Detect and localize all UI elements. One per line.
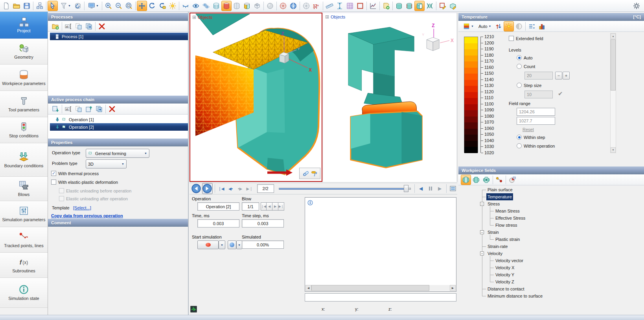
collapse-minus-icon[interactable]: −	[480, 252, 484, 255]
next-step-button[interactable]: •▶	[236, 184, 245, 193]
collapse-minus-icon[interactable]: −	[480, 230, 484, 234]
start-simulation-button[interactable]	[197, 240, 219, 249]
levels-list-icon[interactable]	[527, 21, 537, 31]
sidebar-item-simulation-state[interactable]: Simulation state	[0, 278, 48, 308]
timeline-slider[interactable]: ⁞	[279, 185, 411, 192]
field-tree-item-velocity-z[interactable]: Velocity Z	[458, 278, 644, 285]
blow-first-button[interactable]: ❘◀	[261, 202, 267, 211]
smooth-shading-icon[interactable]	[265, 1, 275, 11]
field-tree-item-velocity-x[interactable]: Velocity X	[458, 264, 644, 271]
open-project-icon[interactable]	[11, 1, 22, 11]
field-tree-item-velocity-y[interactable]: Velocity Y	[458, 271, 644, 278]
flip-range-icon[interactable]	[493, 21, 504, 31]
field-on-surface-icon[interactable]	[461, 175, 471, 185]
field-statistics-icon[interactable]	[507, 175, 517, 185]
scroll-left-icon[interactable]: ◀	[305, 285, 311, 291]
expand-plus-icon[interactable]: ⊞	[192, 15, 196, 19]
simulation-log-panel[interactable]: ◀ ▶	[305, 197, 456, 292]
surface-mesh-icon[interactable]	[278, 1, 288, 11]
link-views-icon[interactable]	[302, 170, 309, 177]
sidebar-item-tracked-points-lines[interactable]: Tracked points, lines	[0, 227, 48, 253]
half-view-icon[interactable]	[232, 1, 242, 11]
copy-operation-icon[interactable]	[74, 104, 84, 114]
smooth-shading-field-icon[interactable]	[514, 21, 524, 31]
copy-process-icon[interactable]	[74, 21, 84, 31]
sidebar-item-simulation-parameters[interactable]: Simulation parameters	[0, 201, 48, 227]
field-flat-icon[interactable]	[471, 175, 481, 185]
slider-handle[interactable]: ⁞	[404, 185, 408, 192]
palette-mode-icon[interactable]: Auto▼	[476, 21, 493, 31]
blow-next-button[interactable]: ▶	[272, 202, 278, 211]
sidebar-item-geometry[interactable]: Geometry	[0, 39, 48, 65]
objects-label-left[interactable]: ⊞ Objects	[192, 15, 212, 20]
last-step-button[interactable]: ▶❘	[245, 184, 254, 193]
duplicate-process-icon[interactable]	[84, 21, 94, 31]
hide-objects-icon[interactable]	[180, 1, 191, 11]
blow-last-button[interactable]: ▶❘	[278, 202, 284, 211]
sidebar-item-blows[interactable]: Blows	[0, 177, 48, 201]
measure-grid-icon[interactable]	[345, 1, 355, 11]
sidebar-item-project[interactable]: Project	[0, 12, 48, 39]
rotate-object-icon[interactable]	[73, 1, 83, 11]
first-step-button[interactable]: ❘◀	[217, 184, 226, 193]
blow-previous-button[interactable]: ◀	[267, 202, 272, 211]
extended-field-checkbox[interactable]	[509, 36, 514, 41]
new-document-icon[interactable]	[1, 1, 11, 11]
viewport-layout-icon[interactable]: ▼	[86, 1, 101, 11]
play-forward-button[interactable]: ▶	[436, 184, 444, 193]
edit-geometry-icon[interactable]	[448, 1, 458, 11]
expand-plus-icon[interactable]: ⊞	[325, 15, 329, 19]
trace-numbers-icon[interactable]: 12³	[311, 1, 322, 11]
operation-list-item[interactable]: Operation [2]	[50, 123, 188, 131]
duplicate-operation-icon[interactable]	[94, 104, 104, 114]
scroll-right-icon[interactable]: ▶	[450, 285, 456, 291]
count-minus-button[interactable]: −	[555, 72, 562, 80]
field-tree-item-velocity[interactable]: −Velocity	[458, 250, 644, 257]
delete-operation-icon[interactable]	[107, 104, 117, 114]
project-tree-icon[interactable]	[35, 1, 45, 11]
show-object-icon[interactable]	[191, 1, 201, 11]
reset-link[interactable]: Reset	[523, 127, 534, 132]
log-horizontal-scrollbar[interactable]: ◀ ▶	[305, 285, 456, 291]
zoom-in-icon[interactable]	[103, 1, 114, 11]
pick-filter-icon[interactable]: ▼	[58, 1, 73, 11]
3d-scene-left[interactable]: Z Y X	[190, 13, 322, 181]
measure-ruler-icon[interactable]	[324, 1, 335, 11]
measure-distance-icon[interactable]	[335, 1, 345, 11]
field-tree-item-strain[interactable]: −Strain	[458, 229, 644, 236]
time-field[interactable]: 0.003	[197, 219, 239, 228]
time-step-field[interactable]: 0.003	[242, 219, 284, 228]
process-list-item[interactable]: Process [1]	[50, 33, 188, 40]
rename-process-icon[interactable]: ab	[63, 21, 74, 31]
collapse-minus-icon[interactable]: −	[480, 202, 484, 206]
edit-frame-icon[interactable]	[438, 1, 448, 11]
field-tree-item-plastic-strain[interactable]: Plastic strain	[458, 236, 644, 243]
select-mode-icon[interactable]	[48, 1, 58, 11]
sidebar-item-stop-conditions[interactable]: Stop conditions	[0, 117, 48, 143]
template-select-link[interactable]: [Select...]	[73, 205, 91, 210]
within-step-radio[interactable]	[517, 135, 522, 140]
field-tree-item-flow-stress[interactable]: Flow stress	[458, 222, 644, 229]
frame-counter-field[interactable]: 2/2	[257, 184, 274, 193]
problem-type-dropdown[interactable]: 3D ▼	[86, 159, 127, 168]
previous-step-button[interactable]: ◀•	[226, 184, 235, 193]
delete-process-icon[interactable]	[97, 21, 107, 31]
scroll-down-icon[interactable]: ▼	[611, 147, 616, 153]
start-options-dropdown[interactable]: ▼	[219, 240, 225, 249]
rotate-view-locked-icon[interactable]	[157, 1, 167, 11]
levels-count-radio[interactable]	[517, 64, 522, 69]
viewport-left[interactable]: Z Y X ⊞ Objects	[190, 13, 322, 182]
measure-frame-icon[interactable]	[355, 1, 365, 11]
sidebar-item-boundary-conditions[interactable]: Boundary conditions	[0, 143, 48, 177]
copy-previous-operation-link[interactable]: Copy data from previous operation	[51, 213, 123, 218]
add-geometry-icon[interactable]	[381, 1, 391, 11]
graphs-icon[interactable]	[368, 1, 378, 11]
operation-field[interactable]: Operation [2]	[197, 202, 239, 211]
add-operation-icon[interactable]	[50, 104, 61, 114]
section-view-icon[interactable]	[242, 1, 252, 11]
light-toggle-icon[interactable]	[504, 21, 514, 31]
mesh-info-icon[interactable]	[288, 1, 298, 11]
field-tree-item-stress[interactable]: −Stress	[458, 200, 644, 207]
levels-auto-radio[interactable]	[517, 55, 522, 60]
count-plus-button[interactable]: +	[563, 72, 570, 80]
